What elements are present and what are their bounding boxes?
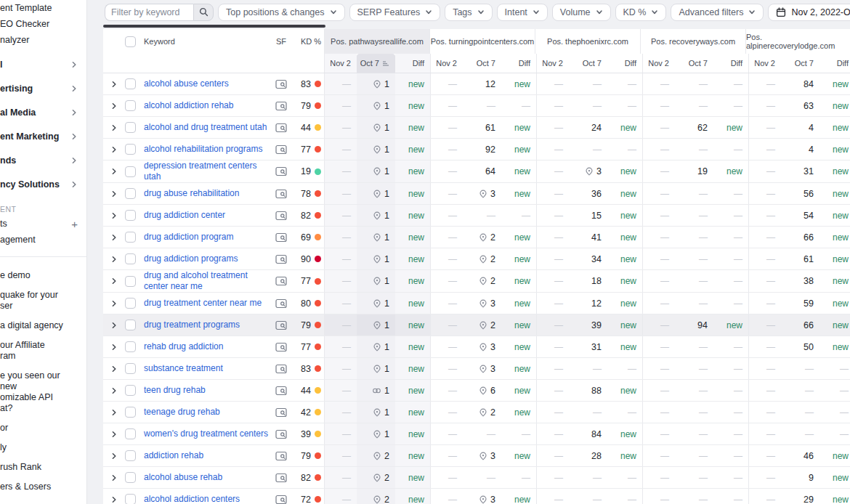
expand-row-button[interactable]: [103, 95, 125, 116]
expand-row-button[interactable]: [103, 205, 125, 226]
serp-features-icon[interactable]: [269, 467, 294, 488]
expand-row-button[interactable]: [103, 73, 125, 94]
expand-row-button[interactable]: [103, 380, 125, 401]
keyword-link[interactable]: addiction rehab: [144, 450, 203, 461]
domain-group-header[interactable]: Pos. thephoenixrc.com: [535, 29, 640, 54]
serp-features-icon[interactable]: [269, 380, 294, 401]
subcolumn-header-diff[interactable]: Diff: [395, 54, 430, 73]
subcolumn-header-nov-2[interactable]: Nov 2: [749, 54, 781, 73]
subcolumn-header-diff[interactable]: Diff: [713, 54, 748, 73]
table-row[interactable]: alcohol abuse centers83—1new—12new——————…: [103, 73, 850, 95]
expand-row-button[interactable]: [103, 248, 125, 269]
row-checkbox[interactable]: [125, 232, 136, 243]
row-checkbox[interactable]: [125, 144, 136, 155]
filter-dropdown-kd-[interactable]: KD %: [615, 4, 667, 21]
column-header-kd[interactable]: KD %: [294, 29, 324, 54]
expand-row-button[interactable]: [103, 117, 125, 138]
expand-row-button[interactable]: [103, 160, 125, 182]
subcolumn-header-nov-2[interactable]: Nov 2: [537, 54, 569, 73]
sidebar-promo-item[interactable]: ers & Losers: [0, 477, 86, 497]
serp-features-icon[interactable]: [269, 139, 294, 160]
table-row[interactable]: drug treatment programs79—1new—2new—39ne…: [103, 314, 850, 336]
serp-features-icon[interactable]: [269, 358, 294, 379]
keyword-link[interactable]: drug addiction center: [144, 210, 225, 221]
keyword-link[interactable]: substance treatment: [144, 363, 223, 374]
serp-features-icon[interactable]: [269, 423, 294, 444]
serp-features-icon[interactable]: [269, 227, 294, 248]
keyword-link[interactable]: depression treatment centersutah: [144, 160, 256, 182]
expand-row-button[interactable]: [103, 467, 125, 488]
serp-features-icon[interactable]: [269, 489, 294, 504]
table-row[interactable]: alcohol and drug treatment utah44—1new—6…: [103, 117, 850, 139]
serp-features-icon[interactable]: [269, 160, 294, 182]
serp-features-icon[interactable]: [269, 117, 294, 138]
row-checkbox[interactable]: [125, 166, 136, 177]
keyword-link[interactable]: alcohol addiction centers: [144, 494, 240, 504]
keyword-link[interactable]: alcohol abuse centers: [144, 78, 229, 89]
row-checkbox[interactable]: [125, 472, 136, 483]
sidebar-item[interactable]: EO Checker: [0, 16, 86, 32]
sidebar-promo-item[interactable]: e demo: [0, 266, 86, 285]
table-row[interactable]: addiction rehab79—2new—3new—28new————46n…: [103, 445, 850, 467]
subcolumn-header-diff[interactable]: Diff: [607, 54, 642, 73]
expand-row-button[interactable]: [103, 227, 125, 248]
row-checkbox[interactable]: [125, 253, 136, 264]
table-row[interactable]: women's drug treatment centers39—1new———…: [103, 423, 850, 445]
expand-row-button[interactable]: [103, 336, 125, 357]
row-checkbox[interactable]: [125, 363, 136, 374]
sidebar-section-item[interactable]: ts+: [0, 216, 86, 232]
domain-group-header[interactable]: Pos. pathwaysreallife.com: [324, 29, 429, 54]
expand-row-button[interactable]: [103, 183, 125, 204]
serp-features-icon[interactable]: [269, 248, 294, 269]
expand-row-button[interactable]: [103, 293, 125, 314]
sidebar-menu-item[interactable]: al Media: [0, 100, 86, 124]
keyword-search-button[interactable]: [193, 4, 214, 21]
keyword-link[interactable]: alcohol addiction rehab: [144, 100, 233, 111]
domain-group-header[interactable]: Pos. turningpointcenters.com: [429, 29, 535, 54]
keyword-filter-input[interactable]: [105, 4, 193, 21]
table-row[interactable]: alcohol abuse rehab82—2new——————————9new: [103, 467, 850, 489]
row-checkbox[interactable]: [125, 428, 136, 439]
table-row[interactable]: alcohol addiction centers72—2new—3new———…: [103, 489, 850, 504]
table-row[interactable]: teen drug rehab44—1new—6new—88new——————: [103, 380, 850, 402]
scrollbar-thumb[interactable]: [103, 25, 325, 28]
row-checkbox[interactable]: [125, 122, 136, 133]
select-all-checkbox[interactable]: [125, 36, 136, 47]
row-checkbox[interactable]: [125, 494, 136, 504]
column-header-sf[interactable]: SF: [269, 29, 294, 54]
serp-features-icon[interactable]: [269, 314, 294, 336]
row-checkbox[interactable]: [125, 450, 136, 461]
keyword-link[interactable]: teen drug rehab: [144, 385, 206, 396]
keyword-link[interactable]: drug addiction programs: [144, 253, 238, 264]
keyword-link[interactable]: rehab drug addiction: [144, 341, 223, 352]
sidebar-promo-item[interactable]: our Affiliateram: [0, 336, 86, 366]
expand-row-button[interactable]: [103, 270, 125, 292]
serp-features-icon[interactable]: [269, 205, 294, 226]
row-checkbox[interactable]: [125, 188, 136, 199]
filter-dropdown-advanced-filters[interactable]: Advanced filters: [671, 4, 764, 21]
keyword-link[interactable]: teenage drug rehab: [144, 407, 220, 418]
table-row[interactable]: alcohol rehabilitation programs77—1new—9…: [103, 139, 850, 160]
filter-dropdown-volume[interactable]: Volume: [552, 4, 611, 21]
keyword-link[interactable]: alcohol abuse rehab: [144, 472, 222, 483]
table-row[interactable]: alcohol addiction rehab79—1new——————————…: [103, 95, 850, 117]
table-row[interactable]: depression treatment centersutah19—1new—…: [103, 160, 850, 183]
sidebar-promo-item[interactable]: ly: [0, 438, 86, 458]
keyword-link[interactable]: drug abuse rehabilitation: [144, 188, 239, 199]
subcolumn-header-oct-7[interactable]: Oct 7: [675, 54, 713, 73]
row-checkbox[interactable]: [125, 341, 136, 352]
serp-features-icon[interactable]: [269, 95, 294, 116]
subcolumn-header-nov-2[interactable]: Nov 2: [431, 54, 463, 73]
subcolumn-header-oct-7[interactable]: Oct 7: [569, 54, 607, 73]
table-row[interactable]: drug addiction programs90—1new—2new—34ne…: [103, 248, 850, 270]
keyword-link[interactable]: women's drug treatment centers: [144, 428, 268, 439]
subcolumn-header-diff[interactable]: Diff: [819, 54, 850, 73]
subcolumn-header-oct-7[interactable]: Oct 7: [781, 54, 819, 73]
sidebar-promo-item[interactable]: quake for yourser: [0, 285, 86, 316]
table-row[interactable]: rehab drug addiction77—1new—3new—31new——…: [103, 336, 850, 358]
sidebar-promo-item[interactable]: rush Rank: [0, 458, 86, 477]
filter-dropdown-serp-features[interactable]: SERP Features: [349, 4, 441, 21]
serp-features-icon[interactable]: [269, 293, 294, 314]
keyword-link[interactable]: drug treatment center near me: [144, 298, 262, 309]
table-row[interactable]: drug and alcohol treatmentcenter near me…: [103, 270, 850, 293]
